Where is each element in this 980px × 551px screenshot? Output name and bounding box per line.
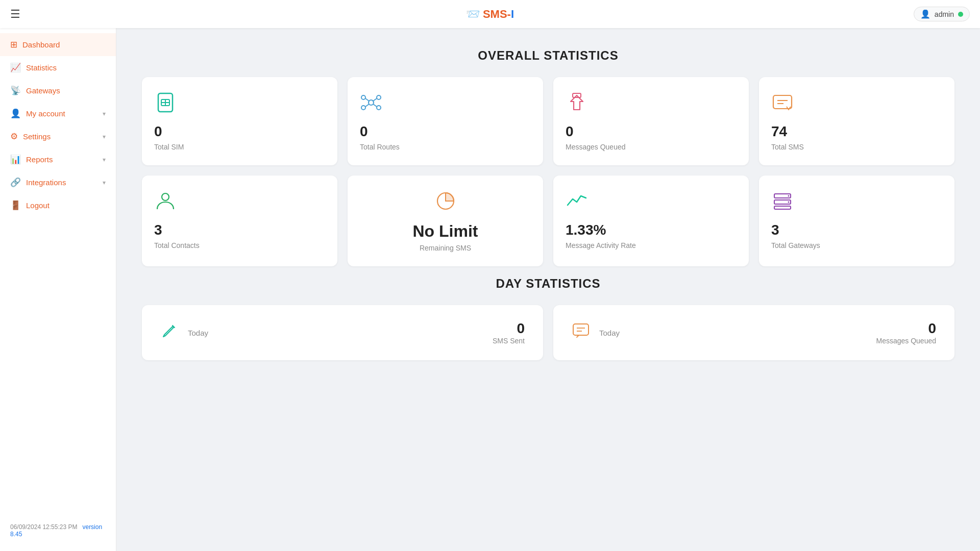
pencil-icon: [160, 321, 179, 344]
total-contacts-icon: [154, 190, 177, 217]
sidebar-item-my-account[interactable]: 👤 My account ▾: [0, 102, 116, 125]
chevron-down-icon: ▾: [103, 110, 106, 117]
svg-point-5: [361, 95, 365, 99]
svg-point-24: [788, 202, 790, 203]
queued-today-left: Today: [572, 321, 620, 344]
hamburger-button[interactable]: ☰: [10, 8, 20, 21]
remaining-sms-icon: [434, 190, 457, 217]
sidebar-item-gateways[interactable]: 📡 Gateways: [0, 79, 116, 102]
total-gateways-label: Total Gateways: [771, 241, 820, 249]
sidebar-item-dashboard[interactable]: ⊞ Dashboard: [0, 33, 116, 56]
sidebar-label-integrations: Integrations: [26, 178, 97, 187]
svg-line-9: [365, 98, 369, 101]
sidebar-label-logout: Logout: [26, 201, 106, 210]
statistics-icon: 📈: [10, 62, 21, 73]
svg-line-12: [373, 104, 377, 107]
queued-today-desc: Messages Queued: [876, 337, 936, 345]
activity-rate-label: Message Activity Rate: [566, 241, 636, 249]
svg-rect-15: [773, 95, 792, 109]
svg-line-10: [373, 98, 377, 101]
sidebar-footer: 06/09/2024 12:55:23 PM version 8.45: [0, 515, 116, 546]
sidebar-item-statistics[interactable]: 📈 Statistics: [0, 56, 116, 79]
chevron-down-icon: ▾: [103, 156, 106, 163]
logo-icon: 📨: [466, 8, 480, 21]
activity-rate-value: 1.33%: [566, 222, 606, 238]
messages-queued-value: 0: [566, 123, 574, 140]
logout-icon: 🚪: [10, 200, 21, 211]
total-routes-value: 0: [360, 123, 368, 140]
my-account-icon: 👤: [10, 108, 21, 119]
svg-point-8: [377, 106, 381, 110]
stat-card-total-routes: 0 Total Routes: [348, 77, 543, 165]
stat-card-total-contacts: 3 Total Contacts: [142, 176, 337, 266]
total-sms-value: 74: [771, 123, 787, 140]
messages-queued-icon: [566, 91, 588, 118]
sidebar-label-settings: Settings: [23, 132, 97, 141]
main-content: OVERALL STATISTICS 0 Total SIM: [116, 28, 980, 551]
stat-card-messages-queued: 0 Messages Queued: [553, 77, 749, 165]
sidebar-item-reports[interactable]: 📊 Reports ▾: [0, 148, 116, 171]
sidebar-item-settings[interactable]: ⚙ Settings ▾: [0, 125, 116, 148]
message-orange-icon: [572, 321, 590, 344]
remaining-sms-value: No Limit: [413, 222, 478, 241]
activity-rate-icon: [566, 190, 588, 217]
sim-icon: [154, 91, 177, 118]
user-icon: 👤: [920, 9, 930, 19]
total-sms-label: Total SMS: [771, 143, 804, 151]
total-gateways-icon: [771, 190, 794, 217]
day-stat-card-sms-sent: Today 0 SMS Sent: [142, 305, 543, 360]
online-indicator: [958, 12, 963, 17]
stat-card-total-sms: 74 Total SMS: [759, 77, 954, 165]
sms-sent-left: Today: [160, 321, 208, 344]
overall-stats-grid: 0 Total SIM 0 Total Routes: [142, 77, 954, 266]
messages-queued-label: Messages Queued: [566, 143, 626, 151]
dashboard-icon: ⊞: [10, 39, 17, 50]
total-sim-label: Total SIM: [154, 143, 184, 151]
sms-sent-today-label: Today: [188, 329, 208, 337]
svg-rect-25: [573, 324, 589, 335]
sidebar-label-gateways: Gateways: [26, 86, 106, 95]
svg-point-6: [377, 95, 381, 99]
svg-point-7: [361, 106, 365, 110]
sidebar-label-statistics: Statistics: [26, 63, 106, 72]
stat-card-activity-rate: 1.33% Message Activity Rate: [553, 176, 749, 266]
user-name-label: admin: [935, 10, 954, 18]
svg-point-18: [162, 193, 169, 201]
svg-point-4: [369, 100, 374, 105]
total-contacts-value: 3: [154, 222, 162, 238]
user-area[interactable]: 👤 admin: [914, 7, 970, 21]
total-routes-label: Total Routes: [360, 143, 400, 151]
total-gateways-value: 3: [771, 222, 779, 238]
total-contacts-label: Total Contacts: [154, 241, 200, 249]
reports-icon: 📊: [10, 154, 21, 165]
gateways-icon: 📡: [10, 85, 21, 96]
chevron-down-icon: ▾: [103, 133, 106, 140]
total-sim-value: 0: [154, 123, 162, 140]
sidebar-item-logout[interactable]: 🚪 Logout: [0, 194, 116, 217]
day-statistics-title: DAY STATISTICS: [142, 277, 954, 291]
sidebar-label-reports: Reports: [26, 155, 97, 164]
queued-today-label: Today: [599, 329, 620, 337]
sidebar-label-my-account: My account: [26, 109, 97, 118]
routes-icon: [360, 91, 382, 118]
day-stat-card-queued-today: Today 0 Messages Queued: [553, 305, 954, 360]
sms-sent-desc: SMS Sent: [493, 337, 525, 345]
queued-today-value: 0: [876, 320, 936, 337]
logo-text: SMS-I: [483, 8, 514, 21]
sidebar-item-integrations[interactable]: 🔗 Integrations ▾: [0, 171, 116, 194]
total-sms-icon: [771, 91, 794, 118]
topnav: ☰ 📨 SMS-I 👤 admin: [0, 0, 980, 28]
footer-datetime: 06/09/2024 12:55:23 PM: [10, 523, 77, 531]
svg-line-11: [365, 104, 369, 107]
app-logo: 📨 SMS-I: [466, 8, 514, 21]
sidebar: ⊞ Dashboard 📈 Statistics 📡 Gateways 👤 My…: [0, 28, 116, 551]
overall-statistics-title: OVERALL STATISTICS: [142, 48, 954, 63]
stat-card-total-sim: 0 Total SIM: [142, 77, 337, 165]
settings-icon: ⚙: [10, 131, 18, 142]
day-stats-grid: Today 0 SMS Sent Today: [142, 305, 954, 360]
svg-rect-22: [774, 206, 791, 209]
sms-sent-value: 0: [493, 320, 525, 337]
sidebar-label-dashboard: Dashboard: [22, 40, 106, 49]
remaining-sms-label: Remaining SMS: [420, 244, 471, 252]
stat-card-remaining-sms: No Limit Remaining SMS: [348, 176, 543, 266]
